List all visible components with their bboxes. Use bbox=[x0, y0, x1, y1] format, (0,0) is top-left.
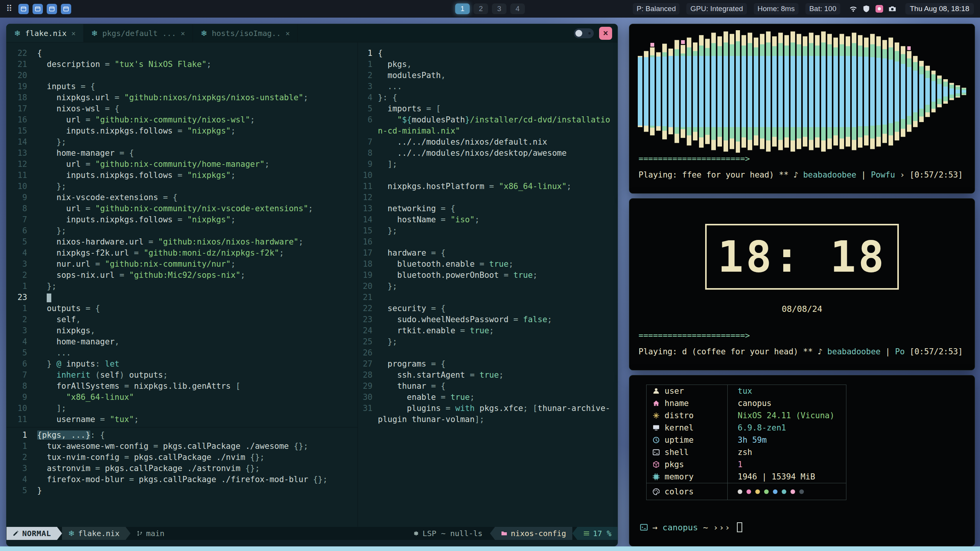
editor-pane-iso[interactable]: 1{1 pkgs,2 modulesPath,3 ...4}: {5 impor… bbox=[358, 42, 618, 527]
statusline-file: ❄ flake.nix bbox=[62, 527, 126, 540]
code-line: 11 nixpkgs.hostPlatform = "x86_64-linux"… bbox=[361, 181, 618, 192]
taskbar-window-icon[interactable] bbox=[18, 4, 29, 14]
tab-pkgs-default-[interactable]: ❄pkgs/default ...× bbox=[84, 24, 193, 42]
code-line: 19 bluetooth.powerOnBoot = true; bbox=[361, 270, 618, 281]
visualizer-bar bbox=[741, 30, 746, 153]
fetch-value-user: tux bbox=[728, 385, 846, 397]
tab-bar: ❄flake.nix×❄pkgs/default ...×❄hosts/isoI… bbox=[7, 24, 617, 42]
statusline-spacer bbox=[165, 527, 413, 540]
scroll-progress: 17 % bbox=[577, 527, 617, 540]
visualizer-bar bbox=[753, 30, 759, 153]
fetch-value-kernel: 6.9.8-zen1 bbox=[728, 422, 846, 434]
visualizer-bar bbox=[637, 30, 643, 153]
user-icon bbox=[653, 388, 660, 395]
workspace-tag-3[interactable]: 3 bbox=[492, 3, 506, 14]
nix-file-icon: ❄ bbox=[14, 29, 21, 38]
theme-toggle[interactable] bbox=[574, 28, 594, 38]
visualizer-bar bbox=[876, 30, 881, 153]
code-line: 4 home-manager, bbox=[13, 336, 358, 347]
visualizer-bar bbox=[729, 30, 735, 153]
nix-file-icon: ❄ bbox=[68, 529, 75, 538]
terminal-prompt[interactable]: → canopus ~ ››› bbox=[640, 522, 742, 532]
buffer-tabs: ❄flake.nix×❄pkgs/default ...×❄hosts/isoI… bbox=[7, 24, 298, 42]
tab-hosts-isoImag-[interactable]: ❄hosts/isoImag..× bbox=[193, 24, 298, 42]
branch-name: main bbox=[146, 529, 164, 538]
neovim-window: ❄flake.nix×❄pkgs/default ...×❄hosts/isoI… bbox=[6, 24, 618, 546]
wifi-icon[interactable] bbox=[849, 5, 857, 13]
tray-icons bbox=[849, 5, 896, 13]
code-line: 11 username = "tux"; bbox=[13, 414, 358, 425]
powerline-separator bbox=[572, 527, 577, 540]
code-line: 7 inputs.nixpkgs.follows = "nixpkgs"; bbox=[13, 214, 358, 225]
visualizer-bar bbox=[870, 30, 875, 153]
code-line: n-cd-minimal.nix" bbox=[361, 126, 618, 137]
code-line: 3 nixpkgs, bbox=[13, 325, 358, 336]
workspace-tag-1[interactable]: 1 bbox=[455, 3, 470, 14]
package-icon bbox=[653, 461, 660, 468]
workspace-tag-2[interactable]: 2 bbox=[474, 3, 488, 14]
fetch-label-pkgs: pkgs bbox=[647, 458, 728, 471]
camera-icon[interactable] bbox=[889, 5, 896, 13]
taskbar-window-icon[interactable] bbox=[47, 4, 57, 14]
visualizer-bar bbox=[778, 30, 783, 153]
tab-flake-nix[interactable]: ❄flake.nix× bbox=[7, 24, 84, 42]
git-branch-icon bbox=[137, 530, 143, 536]
recorder-icon[interactable] bbox=[875, 5, 883, 13]
fetch-label-memory: memory bbox=[647, 471, 728, 483]
visualizer-bar bbox=[766, 30, 771, 153]
shield-icon[interactable] bbox=[862, 5, 870, 13]
code-line: 5 imports = [ bbox=[361, 103, 618, 114]
visualizer-bar bbox=[845, 30, 851, 153]
code-line: 10 ]; bbox=[13, 403, 358, 414]
app-menu-icon[interactable]: ⠿ bbox=[6, 4, 12, 14]
power-profile-indicator: P: Balanced bbox=[633, 3, 679, 15]
code-line: 21 bbox=[361, 292, 618, 303]
workspace-tag-4[interactable]: 4 bbox=[510, 3, 525, 14]
tab-close-icon[interactable]: × bbox=[181, 29, 185, 37]
code-line: 25 }; bbox=[361, 336, 618, 347]
editor-pane-pkgs[interactable]: 1{pkgs, ...}: {1 tux-awesome-wm-config =… bbox=[7, 427, 358, 527]
visualizer-bar bbox=[827, 30, 832, 153]
visualizer-bar bbox=[747, 30, 753, 153]
visualizer-bar bbox=[900, 30, 906, 153]
taskbar-window-icon[interactable] bbox=[33, 4, 43, 14]
datetime[interactable]: Thu Aug 08, 18:18 bbox=[905, 3, 974, 15]
fetch-value-hname: canopus bbox=[728, 397, 846, 409]
editor-pane-flake[interactable]: 22{21 description = "tux's NixOS Flake";… bbox=[7, 42, 358, 427]
code-line: 30 enable = true; bbox=[361, 392, 618, 403]
code-line: 1 pkgs, bbox=[361, 59, 618, 70]
window-controls: × bbox=[574, 24, 617, 42]
visualizer-bar bbox=[943, 30, 948, 153]
topbar: ⠿ 1234 P: BalancedGPU: IntegratedHome: 8… bbox=[0, 0, 980, 18]
network-latency-indicator: Home: 8ms bbox=[754, 3, 799, 15]
tab-close-icon[interactable]: × bbox=[286, 29, 290, 37]
fetch-label-kernel: kernel bbox=[647, 422, 728, 434]
code-line: 18 bluetooth.enable = true; bbox=[361, 259, 618, 270]
progress-label: 17 % bbox=[593, 529, 611, 538]
code-line: 31 plugins = with pkgs.xfce; [thunar-arc… bbox=[361, 403, 618, 414]
mode-label: NORMAL bbox=[22, 529, 51, 538]
code-line: 8 url = "github:nix-community/nix-vscode… bbox=[13, 203, 358, 214]
project-label: nixos-config bbox=[511, 529, 566, 538]
code-line: 2 tux-nvim-config = pkgs.callPackage ./n… bbox=[13, 452, 358, 463]
code-line: 6 "${modulesPath}/installer/cd-dvd/insta… bbox=[361, 114, 618, 126]
file-name: flake.nix bbox=[78, 529, 119, 538]
visualizer-bar bbox=[705, 30, 710, 153]
visualizer-bar bbox=[784, 30, 789, 153]
code-line: 28 ssh.startAgent = true; bbox=[361, 370, 618, 381]
color-dot bbox=[791, 489, 795, 494]
visualizer-bar bbox=[686, 30, 692, 153]
visualizer-bar bbox=[821, 30, 826, 153]
workspace-tags: 1234 bbox=[455, 3, 525, 14]
taskbar-window-icon[interactable] bbox=[61, 4, 71, 14]
fetch-label-hname: hname bbox=[647, 397, 728, 409]
tab-close-icon[interactable]: × bbox=[71, 29, 75, 37]
code-line: 13 networking = { bbox=[361, 203, 618, 214]
code-line: 10 bbox=[361, 170, 618, 181]
lsp-label: LSP ~ null-ls bbox=[423, 529, 483, 538]
project-name: nixos-config bbox=[495, 527, 572, 540]
window-close-button[interactable]: × bbox=[599, 27, 612, 40]
visualizer-bar bbox=[802, 30, 808, 153]
visualizer-bar bbox=[833, 30, 838, 153]
code-line: 18 nixpkgs.url = "github:nixos/nixpkgs/n… bbox=[13, 92, 358, 103]
